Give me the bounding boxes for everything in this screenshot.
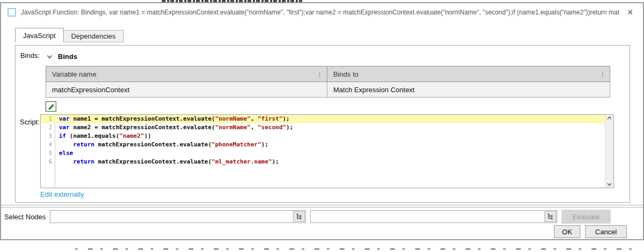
chevron-down-icon	[47, 55, 53, 59]
code-text: else	[55, 149, 73, 158]
code-line[interactable]: 6 return matchExpressionContext.evaluate…	[41, 158, 605, 166]
select-nodes-label: Select Nodes	[4, 213, 46, 221]
binds-table-row: matchExpressionContext Match Expression …	[46, 82, 610, 98]
clipped-background-text-bottom	[75, 248, 641, 250]
code-text: var name2 = matchExpressionContext.evalu…	[55, 123, 293, 132]
binds-section-header[interactable]: Binds	[47, 53, 77, 61]
tab-dependencies-label: Dependencies	[71, 32, 116, 40]
scroll-up-icon[interactable]	[607, 116, 612, 120]
code-line[interactable]: 1var name1 = matchExpressionContext.eval…	[41, 115, 605, 123]
tab-bar: JavaScript Dependencies	[15, 28, 124, 42]
line-number: 4	[41, 140, 55, 149]
edit-externally-link[interactable]: Edit externally	[40, 190, 84, 198]
code-text: var name1 = matchExpressionContext.evalu…	[55, 115, 290, 123]
binds-table: Variable name ⋮ Binds to ⋮ matchExpressi…	[46, 66, 610, 98]
tab-dependencies[interactable]: Dependencies	[64, 30, 124, 42]
title-bar: JavaScript Function: Bindings, var name1…	[1, 3, 643, 21]
code-text: if (name1.equals("name2"))	[55, 132, 151, 140]
node-picker-button-2[interactable]	[544, 211, 556, 222]
script-editor[interactable]: 1var name1 = matchExpressionContext.eval…	[40, 114, 614, 188]
footer-separator	[1, 205, 643, 207]
dialog-title: JavaScript Function: Bindings, var name1…	[21, 9, 619, 16]
select-nodes-row: Select Nodes	[4, 210, 611, 224]
column-menu-icon[interactable]: ⋮	[599, 70, 606, 78]
binds-table-header-row: Variable name ⋮ Binds to ⋮	[46, 66, 610, 82]
evaluate-button[interactable]: Evaluate	[561, 210, 611, 224]
function-checkbox-icon	[8, 8, 16, 17]
edit-bindings-button[interactable]	[46, 101, 56, 112]
script-field-label: Script:	[20, 118, 40, 126]
code-lines: 1var name1 = matchExpressionContext.eval…	[41, 115, 605, 166]
column-menu-icon[interactable]: ⋮	[316, 70, 323, 78]
code-text: return matchExpressionContext.evaluate("…	[55, 140, 268, 149]
node-picker-button-1[interactable]	[293, 211, 305, 222]
column-header-label: Binds to	[333, 70, 358, 78]
line-number: 6	[41, 158, 55, 166]
line-number: 2	[41, 123, 55, 132]
tab-javascript-label: JavaScript	[23, 32, 56, 40]
binds-section-title: Binds	[58, 53, 77, 61]
cancel-button[interactable]: Cancel	[585, 225, 627, 238]
binds-field-label: Binds:	[20, 51, 40, 60]
close-icon[interactable]: ✕	[624, 7, 636, 18]
screen: JavaScript Function: Bindings, var name1…	[0, 0, 644, 252]
cell-binds-to[interactable]: Match Expression Context	[327, 82, 610, 98]
dialog-buttons: OK Cancel	[554, 225, 627, 238]
line-number: 3	[41, 132, 55, 140]
scroll-down-icon[interactable]	[607, 183, 612, 186]
code-line[interactable]: 5else	[41, 149, 605, 158]
javascript-tab-panel: Binds: Binds Variable name ⋮ Binds to ⋮	[15, 45, 630, 203]
tree-picker-icon	[547, 213, 553, 220]
tab-javascript[interactable]: JavaScript	[15, 28, 64, 42]
editor-scrollbar[interactable]	[605, 115, 613, 188]
javascript-function-dialog: JavaScript Function: Bindings, var name1…	[0, 2, 644, 240]
select-node-field-2	[310, 210, 557, 223]
code-line[interactable]: 2var name2 = matchExpressionContext.eval…	[41, 123, 605, 132]
tree-picker-icon	[296, 213, 302, 220]
code-line[interactable]: 3if (name1.equals("name2"))	[41, 132, 605, 140]
cell-variable-name[interactable]: matchExpressionContext	[46, 82, 327, 98]
select-node-input-1[interactable]	[50, 211, 305, 223]
column-header-label: Variable name	[52, 70, 96, 78]
code-text: return matchExpressionContext.evaluate("…	[55, 158, 279, 166]
select-node-field-1	[50, 210, 306, 223]
ok-button[interactable]: OK	[554, 225, 580, 238]
code-area[interactable]: 1var name1 = matchExpressionContext.eval…	[41, 115, 605, 188]
line-number: 5	[41, 149, 55, 158]
column-header-binds-to[interactable]: Binds to ⋮	[327, 66, 610, 82]
code-line[interactable]: 4 return matchExpressionContext.evaluate…	[41, 140, 605, 149]
pencil-icon	[47, 102, 55, 110]
line-number: 1	[41, 115, 55, 123]
select-node-input-2[interactable]	[311, 211, 557, 223]
column-header-variable-name[interactable]: Variable name ⋮	[46, 66, 327, 82]
